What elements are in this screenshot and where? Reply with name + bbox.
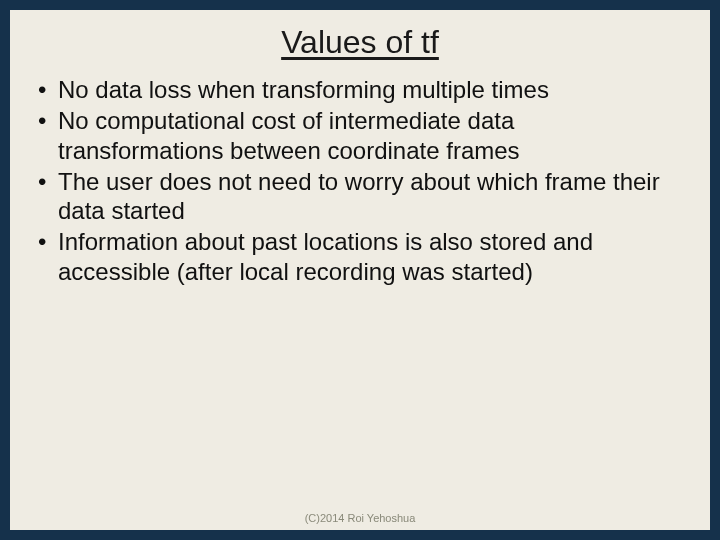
bullet-item: The user does not need to worry about wh… (36, 167, 684, 226)
bullet-item: No data loss when transforming multiple … (36, 75, 684, 104)
bullet-list: No data loss when transforming multiple … (36, 75, 684, 286)
bullet-item: Information about past locations is also… (36, 227, 684, 286)
slide-frame: Values of tf No data loss when transform… (0, 0, 720, 540)
slide-title: Values of tf (10, 24, 710, 61)
bullet-item: No computational cost of intermediate da… (36, 106, 684, 165)
slide-body: No data loss when transforming multiple … (10, 69, 710, 530)
slide-surface: Values of tf No data loss when transform… (10, 10, 710, 530)
slide-footer: (C)2014 Roi Yehoshua (10, 512, 710, 524)
